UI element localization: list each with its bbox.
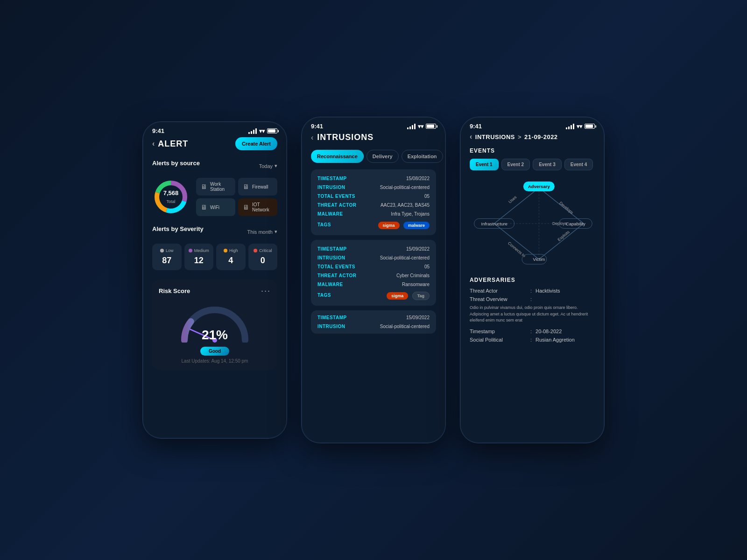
- breadcrumb-back[interactable]: INTRUSIONS: [475, 133, 515, 140]
- severity-header: Alerts by Severity This month ▾: [152, 225, 277, 238]
- monitor-icon-workstation: 🖥: [201, 183, 207, 190]
- intrusion-label-1: INTRUSION: [317, 185, 345, 190]
- severity-value-low: 87: [156, 256, 178, 266]
- phone3-content: ‹ INTRUSIONS > 21-09-2022 EVENTS Event 1…: [460, 133, 604, 440]
- risk-more-options[interactable]: ···: [261, 286, 271, 296]
- malware-value-2: Ransomware: [402, 282, 430, 287]
- time-1: 9:41: [152, 127, 164, 134]
- adversaries-title: ADVERSARIES: [470, 277, 595, 283]
- severity-title: Alerts by Severity: [152, 225, 204, 232]
- intrusions-header: ‹ INTRUSIONS: [311, 133, 436, 142]
- threat-actor-key: Threat Actor: [470, 288, 530, 294]
- source-name-firewall: Firewall: [252, 184, 268, 189]
- status-icons-2: ▾▾: [407, 123, 436, 130]
- source-item-wifi[interactable]: 🖥 WiFi: [196, 198, 235, 216]
- intrusion-card-3: TIMESTAMP 15/09/2022 INTRUSION Social-po…: [311, 310, 436, 334]
- timestamp-label-1: TIMESTAMP: [317, 176, 347, 181]
- timestamp-value-3: 15/09/2022: [406, 315, 430, 320]
- threat-overview-colon: :: [530, 296, 532, 302]
- severity-card-low: Low 87: [152, 244, 182, 270]
- signal-icon-1: [248, 128, 257, 134]
- tag-sigma-1[interactable]: sigma: [378, 222, 400, 229]
- create-alert-button[interactable]: Create Alert: [235, 137, 277, 150]
- breadcrumb-current: 21-09-2022: [524, 133, 558, 140]
- risk-score-section: Risk Score ···: [152, 280, 277, 370]
- tag-sigma-2[interactable]: sigma: [387, 292, 408, 300]
- tag-malware-1[interactable]: malware: [403, 222, 430, 229]
- tag-generic-2[interactable]: Tag: [412, 292, 430, 300]
- severity-value-critical: 0: [252, 256, 274, 266]
- tags-row-1: TAGS sigma malware: [317, 220, 430, 229]
- severity-dot-high: [224, 249, 227, 252]
- intrusions-title: INTRUSIONS: [317, 133, 374, 142]
- intrusion-value-2: Social-political-centered: [380, 255, 430, 260]
- timestamp-adv-key: Timestamp: [470, 329, 530, 334]
- source-name-workstation: Work Station: [210, 182, 231, 192]
- phones-container: 9:41 ▾▾ ‹ ALERT: [142, 117, 605, 443]
- svg-text:Develops: Develops: [558, 201, 574, 215]
- intrusion-partial-row-3: INTRUSION Social-political-centered: [317, 324, 430, 329]
- threat-row-1: THREAT ACTOR AAC23, AAC23, BAS45: [317, 203, 430, 208]
- intrusion-label-2: INTRUSION: [317, 255, 345, 260]
- threat-label-2: THREAT ACTOR: [317, 273, 357, 278]
- back-arrow-3[interactable]: ‹: [470, 133, 472, 141]
- source-filter-btn[interactable]: Today ▾: [259, 163, 277, 169]
- source-item-workstation[interactable]: 🖥 Work Station: [196, 178, 235, 196]
- breadcrumb-separator: >: [518, 133, 521, 140]
- tags-label-2: TAGS: [317, 293, 331, 298]
- source-item-iot[interactable]: 🖥 IOT Network: [238, 198, 277, 216]
- events-title: EVENTS: [470, 147, 595, 154]
- threat-actor-colon: :: [530, 288, 532, 294]
- wifi-icon-1: ▾▾: [259, 128, 265, 134]
- threat-overview-row: Threat Overview :: [470, 296, 595, 302]
- intrusion-row-1: INTRUSION Social-political-centered: [317, 185, 430, 190]
- severity-dot-critical: [254, 249, 257, 252]
- severity-card-high: High 4: [216, 244, 246, 270]
- threat-label-1: THREAT ACTOR: [317, 203, 357, 208]
- threat-value-2: Cyber Criminals: [396, 273, 430, 278]
- monitor-icon-firewall: 🖥: [243, 183, 249, 190]
- wifi-icon-2: ▾▾: [418, 123, 423, 130]
- tab-delivery[interactable]: Delivery: [366, 150, 399, 163]
- svg-text:Capability: Capability: [566, 221, 585, 226]
- back-button-1[interactable]: ‹ ALERT: [152, 139, 188, 149]
- tab-reconnaissance[interactable]: Reconnaissance: [311, 150, 364, 163]
- social-political-colon: :: [530, 337, 532, 343]
- severity-filter-btn[interactable]: This month ▾: [247, 229, 277, 235]
- threat-overview-text: Odio in pulvinar vivamus dui, odio proin…: [470, 305, 595, 324]
- diamond-svg: Uses Develops Exploits Connects to Deplo…: [470, 177, 595, 270]
- good-badge: Good: [200, 347, 229, 356]
- back-arrow-2[interactable]: ‹: [311, 133, 313, 142]
- svg-text:Victim: Victim: [533, 257, 545, 262]
- event-btn-3[interactable]: Event 3: [533, 159, 562, 170]
- svg-text:Adversary: Adversary: [528, 184, 550, 189]
- threat-overview-key: Threat Overview: [470, 296, 530, 302]
- severity-dot-medium: [189, 249, 192, 252]
- event-btn-2[interactable]: Event 2: [501, 159, 530, 170]
- severity-value-medium: 12: [188, 256, 210, 266]
- battery-icon-3: [585, 124, 595, 129]
- source-name-wifi: WiFi: [210, 205, 219, 210]
- last-update: Last Updates: Aug 14, 12:50 pm: [159, 358, 271, 364]
- signal-icon-2: [407, 124, 416, 129]
- events-row-1: TOTAL EVENTS 05: [317, 194, 430, 199]
- events-value-1: 05: [424, 194, 430, 199]
- threat-value-1: AAC23, AAC23, BAS45: [381, 203, 430, 208]
- event-btn-1[interactable]: Event 1: [470, 159, 499, 170]
- svg-text:Uses: Uses: [507, 195, 517, 204]
- source-item-firewall[interactable]: 🖥 Firewall: [238, 178, 277, 196]
- time-3: 9:41: [470, 123, 482, 130]
- phone-detail: 9:41 ▾▾ ‹ INTRUSIONS > 21-09-2: [460, 117, 605, 443]
- diamond-chart: Uses Develops Exploits Connects to Deplo…: [470, 177, 595, 270]
- severity-label-high: High: [220, 248, 242, 253]
- tab-exploitation[interactable]: Exploitation: [402, 150, 443, 163]
- timestamp-row-3: TIMESTAMP 15/09/2022: [317, 315, 430, 320]
- alerts-by-source-header: Alerts by source Today ▾: [152, 160, 277, 172]
- alert-title: ALERT: [158, 139, 188, 149]
- event-btn-4[interactable]: Event 4: [564, 159, 593, 170]
- back-arrow-1: ‹: [152, 140, 155, 148]
- timestamp-adv-colon: :: [530, 329, 532, 334]
- svg-text:Infrastructure: Infrastructure: [481, 221, 507, 226]
- donut-number: 7,568: [163, 189, 179, 196]
- intrusion-value-1: Social-political-centered: [380, 185, 430, 190]
